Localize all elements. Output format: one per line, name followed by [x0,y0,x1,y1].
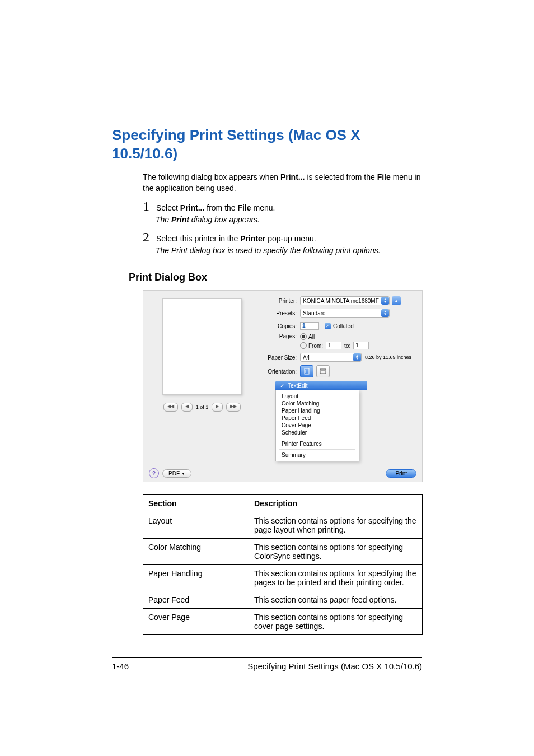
col-description-header: Description [249,495,423,512]
pages-all-label: All [308,334,315,340]
text-bold: Print... [180,203,205,212]
updown-icon: ▲▼ [381,297,389,305]
pager-prev-button[interactable]: ◀ [181,403,193,412]
text: is selected from the [305,172,377,181]
check-icon: ✓ [280,382,284,389]
menu-item[interactable]: Paper Handling [276,407,359,414]
pages-from-radio[interactable] [300,342,307,349]
col-section-header: Section [143,495,249,512]
intro-paragraph: The following dialog box appears when Pr… [143,171,422,194]
menu-item[interactable]: Printer Features [276,440,359,447]
preview-pager: ◀◀ ◀ 1 of 1 ▶ ▶▶ [163,403,241,412]
papersize-dims: 8.26 by 11.69 inches [365,354,411,360]
menu-item[interactable]: Summary [276,451,359,459]
text: Select this printer in the [156,234,240,243]
table-header-row: Section Description [143,495,423,512]
footer-rule [112,657,422,658]
table-row: Color Matching This section contains opt… [143,539,423,565]
text: The [156,215,171,224]
pages-all-radio[interactable] [300,333,307,340]
step-number: 1 [143,199,156,214]
menu-item[interactable]: Paper Feed [276,414,359,422]
menu-item[interactable]: Scheduler [276,429,359,436]
menu-item[interactable]: Layout [276,393,359,400]
updown-icon: ▲▼ [353,353,361,361]
table-row: Paper Feed This section contains paper f… [143,591,423,609]
text: menu. [251,203,275,212]
collated-checkbox[interactable]: ✓ [325,323,331,329]
copies-label: Copies: [259,323,300,329]
text: pop-up menu. [265,234,316,243]
text: The following dialog box appears when [143,172,280,181]
pages-label: Pages: [259,333,300,339]
footer-page-number: 1-46 [112,661,129,671]
printer-label: Printer: [259,298,300,304]
presets-value: Standard [303,310,326,316]
updown-icon: ▲▼ [381,309,389,317]
papersize-label: Paper Size: [259,354,300,361]
pager-text: 1 of 1 [196,404,209,410]
help-button[interactable]: ? [149,468,159,478]
text-bold: File [238,203,251,212]
preview-sheet [162,298,242,395]
chevron-down-icon: ▼ [181,472,185,475]
svg-rect-2 [320,369,326,374]
cell-section: Paper Feed [143,591,249,609]
pager-last-button[interactable]: ▶▶ [226,403,241,412]
text-bold: Print [171,215,189,224]
options-selected-label: TextEdit [288,382,308,389]
subheading: Print Dialog Box [129,272,422,283]
cell-description: This section contains options for specif… [249,609,423,635]
orientation-landscape-button[interactable] [316,365,330,377]
print-button[interactable]: Print [386,469,416,478]
pages-from-label: From: [308,343,323,349]
table-row: Layout This section contains options for… [143,512,423,539]
print-dialog-figure: ◀◀ ◀ 1 of 1 ▶ ▶▶ Printer: KONICA MINOLTA… [143,290,423,482]
pages-to-input[interactable]: 1 [353,342,369,349]
step-1-note: The Print dialog box appears. [156,214,422,225]
text-bold: Print... [280,172,305,181]
printer-value: KONICA MINOLTA mc1680MF [303,298,379,304]
pager-first-button[interactable]: ◀◀ [163,403,178,412]
pages-from-input[interactable]: 1 [326,342,341,349]
collapse-button[interactable]: ▲ [392,296,401,305]
text: dialog box appears. [189,215,260,224]
cell-description: This section contains options for specif… [249,565,423,591]
orientation-portrait-button[interactable] [300,365,313,377]
step-2: 2 Select this printer in the Printer pop… [143,230,422,245]
table-row: Paper Handling This section contains opt… [143,565,423,591]
options-menu-list: Layout Color Matching Paper Handling Pap… [275,390,359,461]
printer-select[interactable]: KONICA MINOLTA mc1680MF ▲▼ [300,296,390,305]
text-bold: Printer [240,234,265,243]
text-bold: File [377,172,391,181]
portrait-icon [304,368,310,375]
text: Select [156,203,180,212]
collated-label: Collated [333,323,354,329]
pdf-button[interactable]: PDF ▼ [162,469,191,478]
cell-description: This section contains paper feed options… [249,591,423,609]
papersize-select[interactable]: A4 ▲▼ [300,353,362,362]
cell-section: Color Matching [143,539,249,565]
cell-description: This section contains options for specif… [249,539,423,565]
orientation-label: Orientation: [259,368,300,375]
step-2-note: The Print dialog box is used to specify … [156,245,422,256]
page-heading: Specifying Print Settings (Mac OS X 10.5… [112,126,422,162]
presets-label: Presets: [259,310,300,316]
pages-to-label: to: [344,343,350,349]
cell-section: Layout [143,512,249,539]
options-menu-selected[interactable]: ✓ TextEdit [275,381,367,390]
settings-pane: Printer: KONICA MINOLTA mc1680MF ▲▼ ▲ Pr… [255,296,416,461]
copies-input[interactable]: 1 [300,322,319,330]
step-1: 1 Select Print... from the File menu. [143,199,422,214]
preview-pane: ◀◀ ◀ 1 of 1 ▶ ▶▶ [149,296,255,461]
pager-next-button[interactable]: ▶ [212,403,223,412]
menu-item[interactable]: Cover Page [276,422,359,429]
svg-rect-0 [305,368,309,374]
text: from the [204,203,237,212]
page-footer: 1-46 Specifying Print Settings (Mac OS X… [112,661,422,671]
presets-select[interactable]: Standard ▲▼ [300,309,390,318]
menu-item[interactable]: Color Matching [276,400,359,407]
table-row: Cover Page This section contains options… [143,609,423,635]
papersize-value: A4 [303,354,310,361]
cell-section: Paper Handling [143,565,249,591]
